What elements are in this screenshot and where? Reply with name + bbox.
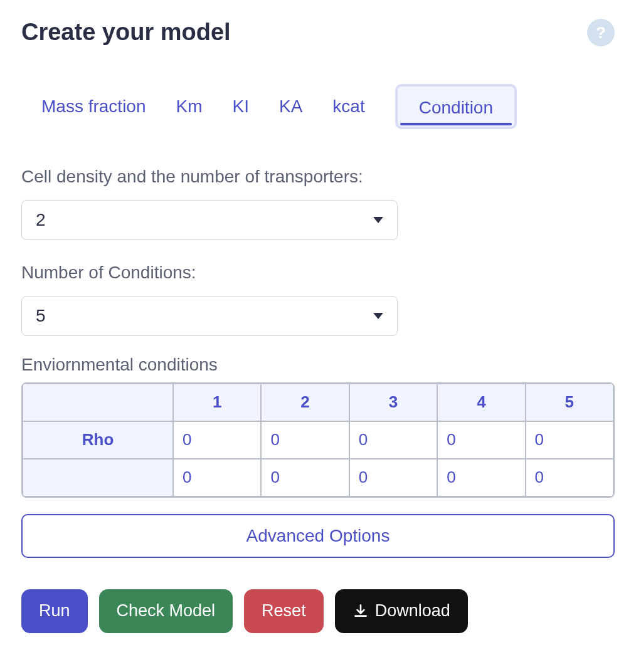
cell-density-label: Cell density and the number of transport…	[21, 163, 615, 191]
table-row: 0 0 0 0 0	[23, 459, 613, 496]
env-conditions-label: Enviornmental conditions	[21, 355, 615, 375]
tab-ki[interactable]: KI	[233, 90, 249, 123]
row-header-rho: Rho	[23, 421, 173, 459]
num-conditions-value: 5	[36, 306, 46, 326]
tab-ka[interactable]: KA	[279, 90, 302, 123]
help-icon[interactable]: ?	[587, 19, 615, 46]
cell-value: 0	[350, 430, 437, 449]
tab-kcat[interactable]: kcat	[332, 90, 364, 123]
download-button[interactable]: Download	[335, 589, 468, 633]
chevron-down-icon	[373, 313, 383, 319]
col-header-3: 3	[349, 384, 437, 421]
page-title: Create your model	[21, 19, 231, 46]
download-label: Download	[375, 601, 450, 621]
env-conditions-table: 1 2 3 4 5 Rho 0 0 0 0 0 0 0 0 0 0	[21, 382, 615, 498]
advanced-options-button[interactable]: Advanced Options	[21, 514, 615, 558]
table-cell[interactable]: 0	[261, 421, 349, 459]
run-button[interactable]: Run	[21, 589, 88, 633]
cell-density-value: 2	[36, 210, 46, 230]
tab-condition[interactable]: Condition	[395, 84, 517, 129]
reset-button[interactable]: Reset	[244, 589, 324, 633]
cell-value: 0	[262, 430, 348, 449]
cell-value: 0	[174, 468, 260, 487]
button-row: Run Check Model Reset Download	[21, 589, 615, 633]
tab-km[interactable]: Km	[176, 90, 203, 123]
cell-density-select[interactable]: 2	[21, 200, 398, 240]
num-conditions-label: Number of Conditions:	[21, 259, 615, 287]
col-header-1: 1	[173, 384, 261, 421]
table-cell[interactable]: 0	[349, 459, 437, 496]
table-cell[interactable]: 0	[173, 459, 261, 496]
cell-value: 0	[174, 430, 260, 449]
table-corner-header	[23, 384, 173, 421]
table-cell[interactable]: 0	[526, 459, 613, 496]
chevron-down-icon	[373, 217, 383, 223]
col-header-5: 5	[526, 384, 613, 421]
col-header-4: 4	[437, 384, 525, 421]
table-cell[interactable]: 0	[349, 421, 437, 459]
table-cell[interactable]: 0	[437, 421, 525, 459]
col-header-2: 2	[261, 384, 349, 421]
check-model-button[interactable]: Check Model	[99, 589, 233, 633]
cell-value: 0	[350, 468, 437, 487]
row-header-blank	[23, 459, 173, 496]
cell-value: 0	[526, 430, 613, 449]
cell-value: 0	[262, 468, 348, 487]
cell-value: 0	[526, 468, 613, 487]
tab-mass-fraction[interactable]: Mass fraction	[41, 90, 146, 123]
table-row: Rho 0 0 0 0 0	[23, 421, 613, 459]
num-conditions-select[interactable]: 5	[21, 296, 398, 336]
table-cell[interactable]: 0	[437, 459, 525, 496]
cell-value: 0	[438, 468, 524, 487]
table-cell[interactable]: 0	[173, 421, 261, 459]
download-icon	[352, 603, 369, 619]
tabs-row: Mass fraction Km KI KA kcat Condition	[21, 84, 615, 129]
table-cell[interactable]: 0	[261, 459, 349, 496]
table-cell[interactable]: 0	[526, 421, 613, 459]
cell-value: 0	[438, 430, 524, 449]
